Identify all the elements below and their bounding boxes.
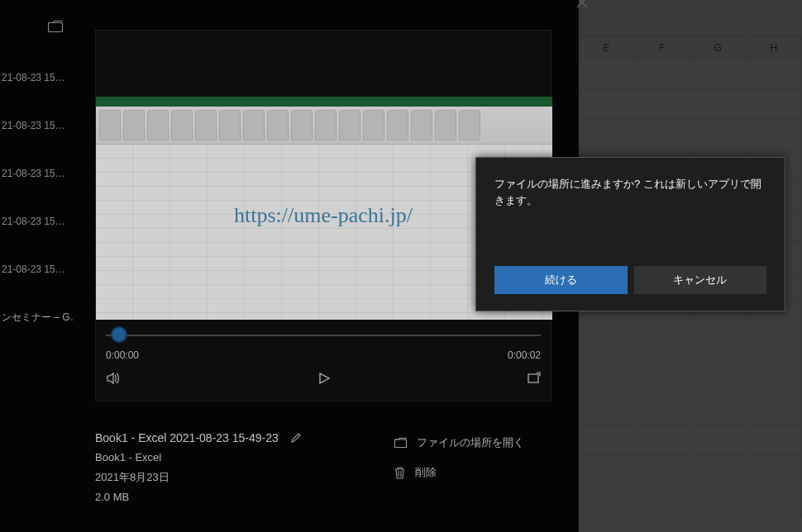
dialog-message: ファイルの場所に進みますか? これは新しいアプリで開きます。 [494,176,766,208]
confirmation-dialog: ファイルの場所に進みますか? これは新しいアプリで開きます。 続ける キャンセル [475,157,785,311]
continue-button[interactable]: 続ける [494,266,628,294]
cancel-button[interactable]: キャンセル [634,266,767,294]
